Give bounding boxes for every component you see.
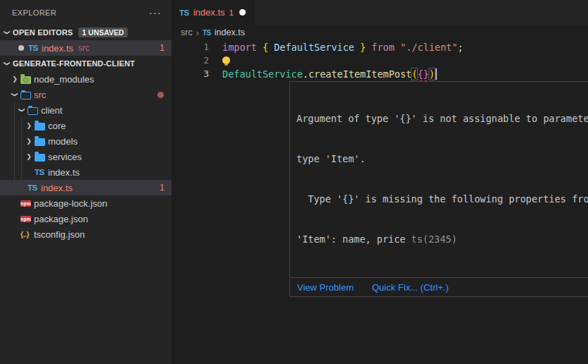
tree-item-label: client [41,105,62,116]
lightbulb-icon[interactable] [222,56,230,64]
tree-item-label: services [48,152,82,162]
tree-item-label: tsconfig.json [34,229,85,240]
tree-item-label: index.ts [48,167,80,178]
npm-icon: npm [20,216,31,222]
tree-item-client-index-ts[interactable]: TS index.ts [0,164,172,180]
code-line-3: 3 DefaultService.createItemItemPost({}) [172,67,588,80]
indent-guide [21,118,22,180]
breadcrumb-file[interactable]: index.ts [215,28,245,37]
chevron-right-icon: ❯ [23,153,35,160]
npm-icon: npm [20,200,31,207]
tree-item-src-index-ts[interactable]: TS index.ts 1 [0,180,172,195]
tree-item-label: package-lock.json [34,198,107,209]
error-hover-tooltip: Argument of type '{}' is not assignable … [289,81,588,297]
keyword-import: import [222,42,263,53]
open-folder-icon [20,92,31,99]
tree-item-label: index.ts [41,183,73,193]
quick-fix-link[interactable]: Quick Fix... (Ctrl+.) [372,282,449,293]
tab-index-ts[interactable]: TS index.ts 1 [172,0,255,25]
ts-error-code: ts(2345) [412,233,457,245]
tree-item-client[interactable]: ❯ client [0,102,172,118]
error-message-line: Argument of type '{}' is not assignable … [296,112,588,126]
open-editors-section-header[interactable]: ❯ OPEN EDITORS 1 UNSAVED [0,25,172,40]
error-message-line: type 'Item'. [296,152,588,166]
chevron-down-icon: ❯ [11,89,18,100]
tree-item-label: node_modules [34,74,94,85]
json-config-icon: {..} [20,230,29,238]
view-problem-link[interactable]: View Problem [297,282,354,293]
chevron-right-icon: ❯ [9,75,20,83]
chevron-right-icon: › [196,28,199,38]
code-line-2: 2 [172,54,588,67]
tree-item-package-lock-json[interactable]: npm package-lock.json [0,195,172,211]
code-editor[interactable]: 1 import { DefaultService } from "./clie… [172,40,588,80]
code-line-1: 1 import { DefaultService } from "./clie… [172,40,588,54]
text-cursor [436,68,437,80]
keyword-from: from [371,42,400,53]
tree-item-label: src [34,90,46,100]
chevron-down-icon: ❯ [4,27,11,38]
tree-item-package-json[interactable]: npm package.json [0,211,172,226]
tree-item-src[interactable]: ❯ src [0,87,172,102]
tree-item-tsconfig-json[interactable]: {..} tsconfig.json [0,226,172,242]
hover-actions-bar: View Problem Quick Fix... (Ctrl+.) [290,277,588,296]
indent-guide [14,102,15,195]
more-actions-icon[interactable]: ··· [149,9,162,16]
typescript-icon: TS [28,183,37,192]
typescript-icon: TS [179,8,189,17]
dot-operator: . [303,68,308,80]
breadcrumb[interactable]: src › TS index.ts [172,25,588,40]
chevron-right-icon: ❯ [23,122,35,129]
explorer-sidebar: EXPLORER ··· ❯ OPEN EDITORS 1 UNSAVED TS… [0,0,172,364]
vscode-window: EXPLORER ··· ❯ OPEN EDITORS 1 UNSAVED TS… [0,0,588,364]
tab-bar: TS index.ts 1 [172,0,588,25]
tab-error-count: 1 [229,8,234,17]
tree-item-node-modules[interactable]: ❯ node_modules [0,71,172,87]
chevron-down-icon: ❯ [4,58,11,69]
typescript-icon: TS [203,29,211,37]
modified-dot-icon[interactable] [239,9,246,16]
folder-icon [35,154,45,162]
paren-close: ) [429,68,435,80]
error-count-badge: 1 [160,43,164,53]
tree-item-label: core [48,121,66,131]
line-number: 2 [172,55,209,66]
error-count-badge: 1 [160,183,164,193]
error-message-line: 'Item': name, price ts(2345) [296,233,588,246]
tab-filename: index.ts [193,7,225,18]
module-string: "./client" [400,42,457,53]
semicolon: ; [457,42,463,53]
tree-item-core[interactable]: ❯ core [0,118,172,133]
unsaved-badge: 1 UNSAVED [78,28,127,37]
open-editors-label: OPEN EDITORS [13,28,73,37]
open-editor-filename: index.ts [42,43,73,54]
modified-dot-icon [18,45,28,51]
breadcrumb-folder[interactable]: src [181,28,193,37]
error-dot-icon [157,92,164,98]
folder-icon [35,138,45,146]
tree-item-models[interactable]: ❯ models [0,133,172,149]
node-modules-folder-icon [20,76,31,84]
method-name: createItemItemPost [308,68,412,80]
project-section-header[interactable]: ❯ GENERATE-FRONTEND-CLIENT [0,56,172,71]
chevron-down-icon: ❯ [18,104,25,116]
folder-icon [35,123,45,131]
open-editor-description: src [78,43,90,53]
tree-item-label: models [48,136,78,147]
editor-group: TS index.ts 1 src › TS index.ts 1 import… [172,0,588,364]
brace-close: } [354,42,371,53]
typescript-icon: TS [35,168,44,176]
error-argument-braces: {} [417,68,428,80]
explorer-title: EXPLORER [12,8,56,17]
project-name-label: GENERATE-FRONTEND-CLIENT [13,59,135,68]
open-editor-item-index-ts[interactable]: TS index.ts src 1 [0,40,172,56]
open-folder-icon [28,107,38,115]
line-number: 1 [172,42,209,52]
service-identifier: DefaultService [222,68,303,80]
tree-item-services[interactable]: ❯ services [0,149,172,164]
typescript-icon: TS [28,44,38,52]
error-message: Argument of type '{}' is not assignable … [290,82,588,277]
explorer-header: EXPLORER ··· [0,0,172,25]
chevron-right-icon: ❯ [23,138,35,145]
line-number: 3 [172,68,209,79]
